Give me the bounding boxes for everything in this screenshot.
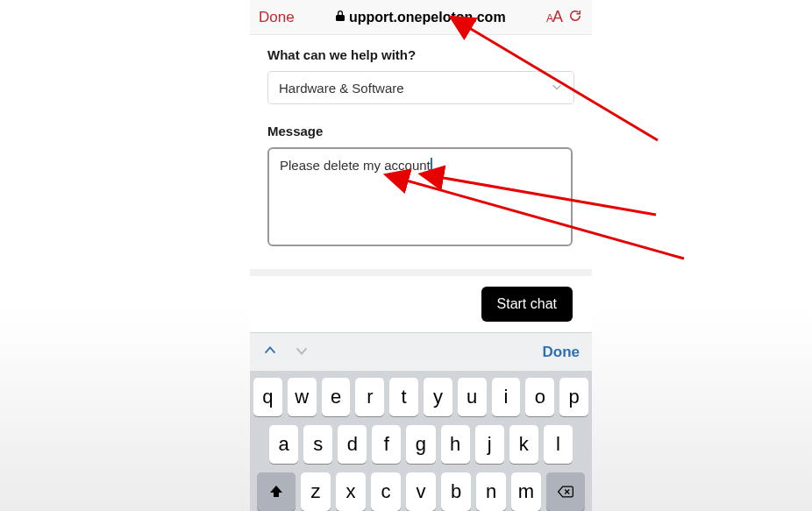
key-k[interactable]: k — [509, 425, 538, 464]
key-g[interactable]: g — [406, 425, 435, 464]
text-size-button[interactable]: AA — [546, 8, 562, 26]
key-r[interactable]: r — [355, 378, 384, 416]
key-m[interactable]: m — [511, 472, 541, 511]
key-q[interactable]: q — [253, 378, 282, 416]
key-o[interactable]: o — [525, 378, 554, 416]
message-textarea[interactable]: Please delete my account — [267, 147, 573, 246]
key-p[interactable]: p — [559, 378, 588, 416]
backspace-key[interactable] — [546, 472, 585, 511]
key-b[interactable]: b — [441, 472, 471, 511]
url-display[interactable]: upport.onepeloton.com — [300, 10, 541, 25]
safari-address-bar: Done upport.onepeloton.com AA — [250, 0, 592, 35]
key-e[interactable]: e — [322, 378, 351, 416]
keyboard-done-button[interactable]: Done — [543, 344, 581, 361]
message-label: Message — [267, 124, 574, 138]
next-field-button — [294, 343, 310, 362]
key-x[interactable]: x — [336, 472, 366, 511]
key-s[interactable]: s — [303, 425, 332, 464]
help-topic-label: What can we help with? — [267, 47, 574, 62]
done-button-left[interactable]: Done — [259, 9, 295, 26]
key-c[interactable]: c — [371, 472, 401, 511]
support-form: What can we help with? Hardware & Softwa… — [250, 35, 592, 322]
help-topic-select[interactable]: Hardware & Software — [267, 71, 574, 104]
keyboard-accessory-bar: Done — [250, 332, 592, 371]
key-h[interactable]: h — [441, 425, 470, 464]
key-f[interactable]: f — [372, 425, 401, 464]
url-text: upport.onepeloton.com — [349, 10, 506, 25]
key-w[interactable]: w — [288, 378, 317, 416]
onscreen-keyboard: qwertyuiop asdfghjkl zxcvbnm — [250, 371, 592, 511]
key-u[interactable]: u — [458, 378, 487, 416]
key-y[interactable]: y — [424, 378, 452, 416]
prev-field-button[interactable] — [262, 343, 278, 362]
text-caret — [431, 158, 432, 173]
section-divider — [250, 269, 592, 276]
refresh-icon[interactable] — [567, 8, 583, 27]
keyboard-row-3: zxcvbnm — [253, 472, 588, 511]
key-d[interactable]: d — [338, 425, 367, 464]
key-l[interactable]: l — [544, 425, 573, 464]
key-j[interactable]: j — [475, 425, 504, 464]
start-chat-button[interactable]: Start chat — [481, 287, 573, 322]
mobile-safari-window: Done upport.onepeloton.com AA What can w… — [250, 0, 592, 511]
key-z[interactable]: z — [301, 472, 331, 511]
shift-key[interactable] — [257, 472, 296, 511]
keyboard-row-2: asdfghjkl — [253, 425, 588, 464]
key-i[interactable]: i — [492, 378, 521, 416]
key-a[interactable]: a — [269, 425, 298, 464]
select-value: Hardware & Software — [279, 81, 404, 96]
key-n[interactable]: n — [476, 472, 506, 511]
message-text: Please delete my account — [280, 158, 431, 173]
key-t[interactable]: t — [389, 378, 418, 416]
lock-icon — [335, 10, 345, 25]
key-v[interactable]: v — [406, 472, 436, 511]
keyboard-row-1: qwertyuiop — [253, 378, 588, 416]
chevron-down-icon — [551, 81, 563, 96]
